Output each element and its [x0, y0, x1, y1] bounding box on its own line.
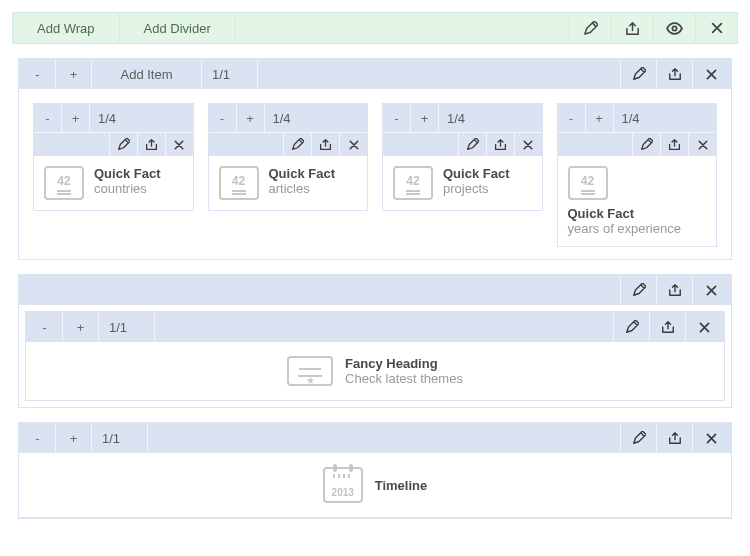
size-minus-button[interactable]: -	[209, 104, 237, 132]
section-header: - + Add Item 1/1	[19, 59, 731, 89]
inner-block: - + 1/1 ★ Fancy Heading Check latest the…	[25, 311, 725, 401]
columns: - + 1/4 42 Quick Fact countries	[33, 103, 717, 247]
section-timeline: - + 1/1 2013 Timeline	[18, 422, 732, 519]
export-button[interactable]	[486, 133, 514, 156]
pencil-icon	[291, 138, 304, 151]
quickfact-sub: articles	[269, 181, 335, 196]
close-button[interactable]	[685, 313, 723, 341]
size-minus-button[interactable]: -	[558, 104, 586, 132]
close-button[interactable]	[688, 133, 716, 156]
export-button[interactable]	[660, 133, 688, 156]
pencil-icon	[632, 431, 646, 445]
inner-header: - + 1/1	[26, 312, 724, 342]
size-label: 1/4	[439, 104, 542, 132]
add-divider-button[interactable]: Add Divider	[120, 13, 236, 43]
size-minus-button[interactable]: -	[383, 104, 411, 132]
size-plus-button[interactable]: +	[62, 104, 90, 132]
add-item-button[interactable]: Add Item	[92, 60, 202, 88]
quickfact-sub: countries	[94, 181, 160, 196]
edit-button[interactable]	[569, 13, 611, 43]
edit-button[interactable]	[109, 133, 137, 156]
add-wrap-button[interactable]: Add Wrap	[13, 13, 120, 43]
size-plus-button[interactable]: +	[237, 104, 265, 132]
close-button[interactable]	[692, 424, 730, 452]
fancy-heading-title: Fancy Heading	[345, 356, 463, 371]
share-icon	[668, 431, 682, 445]
close-icon	[710, 21, 724, 35]
fancy-heading-text: Fancy Heading Check latest themes	[345, 356, 463, 386]
quickfact-title: Quick Fact	[568, 206, 707, 221]
pencil-icon	[640, 138, 653, 151]
size-label: 1/1	[92, 424, 148, 452]
quickfact-text: Quick Fact articles	[269, 166, 335, 196]
size-plus-button[interactable]: +	[56, 60, 92, 88]
size-label: 1/4	[265, 104, 368, 132]
close-icon	[522, 139, 534, 151]
close-icon	[173, 139, 185, 151]
column-card: - + 1/4 42 Quick Fact countries	[33, 103, 194, 211]
close-button[interactable]	[692, 276, 730, 304]
close-button[interactable]	[514, 133, 542, 156]
share-icon	[319, 138, 332, 151]
edit-button[interactable]	[458, 133, 486, 156]
calendar-icon: 2013	[323, 467, 363, 503]
pencil-icon	[117, 138, 130, 151]
column-card: - + 1/4 42 Quick Fact articles	[208, 103, 369, 211]
export-button[interactable]	[311, 133, 339, 156]
timeline-title: Timeline	[375, 478, 428, 493]
inner-block: - + 1/1 2013 Timeline	[19, 423, 731, 518]
size-minus-button[interactable]: -	[34, 104, 62, 132]
size-label: 1/1	[202, 60, 258, 88]
edit-button[interactable]	[620, 60, 656, 88]
share-icon	[668, 138, 681, 151]
export-button[interactable]	[656, 424, 692, 452]
pencil-icon	[632, 67, 646, 81]
size-plus-button[interactable]: +	[56, 424, 92, 452]
size-plus-button[interactable]: +	[411, 104, 439, 132]
share-icon	[668, 67, 682, 81]
section-header	[19, 275, 731, 305]
edit-button[interactable]	[620, 276, 656, 304]
column-card: - + 1/4 42 Quick Fact years of experienc…	[557, 103, 718, 247]
size-minus-button[interactable]: -	[20, 60, 56, 88]
quickfact-text: Quick Fact projects	[443, 166, 509, 196]
pencil-icon	[625, 320, 639, 334]
export-button[interactable]	[656, 276, 692, 304]
section-fancyheading: - + 1/1 ★ Fancy Heading Check latest the…	[18, 274, 732, 408]
export-button[interactable]	[611, 13, 653, 43]
quickfact-icon: 42	[44, 166, 84, 200]
fancy-heading-sub: Check latest themes	[345, 371, 463, 386]
close-button[interactable]	[339, 133, 367, 156]
size-plus-button[interactable]: +	[586, 104, 614, 132]
export-button[interactable]	[649, 313, 685, 341]
close-button[interactable]	[695, 13, 737, 43]
close-icon	[705, 68, 718, 81]
share-icon	[145, 138, 158, 151]
size-minus-button[interactable]: -	[27, 313, 63, 341]
share-icon	[661, 320, 675, 334]
quickfact-sub: projects	[443, 181, 509, 196]
quickfact-text: Quick Fact years of experience	[568, 206, 707, 236]
pencil-icon	[466, 138, 479, 151]
share-icon	[494, 138, 507, 151]
close-icon	[698, 321, 711, 334]
edit-button[interactable]	[613, 313, 649, 341]
preview-button[interactable]	[653, 13, 695, 43]
close-button[interactable]	[692, 60, 730, 88]
spacer	[258, 60, 620, 88]
inner-header: - + 1/1	[19, 423, 731, 453]
edit-button[interactable]	[283, 133, 311, 156]
topbar: Add Wrap Add Divider	[12, 12, 738, 44]
export-button[interactable]	[137, 133, 165, 156]
size-plus-button[interactable]: +	[63, 313, 99, 341]
spacer	[20, 276, 620, 304]
column-card: - + 1/4 42 Quick Fact projects	[382, 103, 543, 211]
share-icon	[668, 283, 682, 297]
close-button[interactable]	[165, 133, 193, 156]
quickfact-title: Quick Fact	[269, 166, 335, 181]
size-minus-button[interactable]: -	[20, 424, 56, 452]
quickfact-title: Quick Fact	[94, 166, 160, 181]
edit-button[interactable]	[620, 424, 656, 452]
edit-button[interactable]	[632, 133, 660, 156]
export-button[interactable]	[656, 60, 692, 88]
